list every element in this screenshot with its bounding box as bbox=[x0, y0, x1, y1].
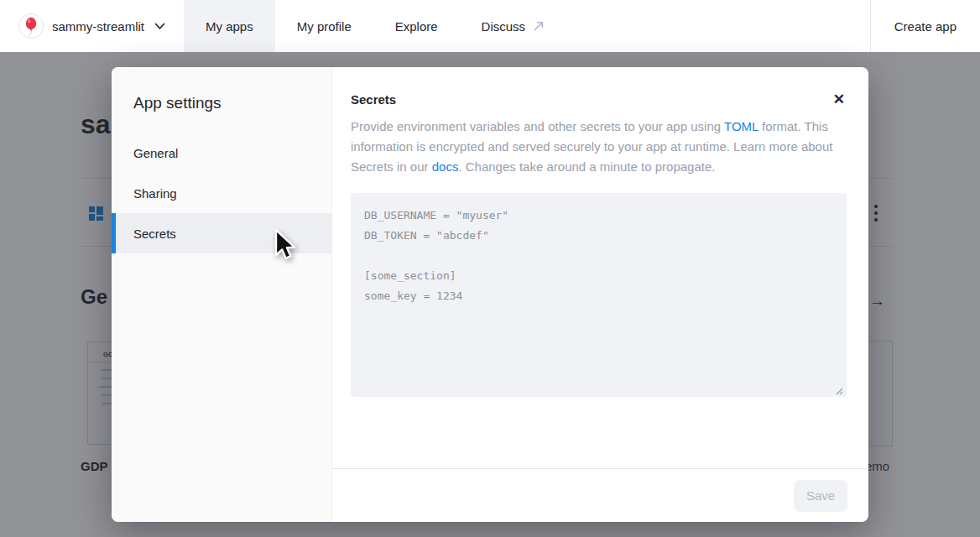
nav-spacer bbox=[566, 0, 870, 52]
description-text: Provide environment variables and other … bbox=[351, 119, 724, 133]
workspace-name: sammy-streamlit bbox=[52, 19, 144, 34]
chevron-down-icon bbox=[154, 23, 165, 30]
balloon-icon bbox=[23, 16, 39, 36]
tab-discuss-label: Discuss bbox=[482, 19, 526, 34]
create-app-button[interactable]: Create app bbox=[870, 0, 980, 52]
modal-footer: Save bbox=[332, 468, 868, 522]
sidebar-item-sharing[interactable]: Sharing bbox=[112, 173, 331, 213]
settings-sidebar: App settings General Sharing Secrets bbox=[112, 67, 332, 522]
secrets-textarea[interactable]: DB_USERNAME = "myuser" DB_TOKEN = "abcde… bbox=[351, 193, 847, 397]
streamlit-balloon-logo bbox=[18, 13, 44, 39]
docs-link[interactable]: docs bbox=[432, 159, 459, 174]
modal-title: App settings bbox=[112, 94, 331, 112]
panel-title: Secrets bbox=[351, 91, 396, 107]
save-button[interactable]: Save bbox=[794, 480, 847, 512]
sidebar-item-secrets[interactable]: Secrets bbox=[112, 213, 331, 253]
top-nav: sammy-streamlit My apps My profile Explo… bbox=[0, 0, 980, 52]
secrets-editor-wrap: DB_USERNAME = "myuser" DB_TOKEN = "abcde… bbox=[351, 193, 847, 397]
sidebar-item-general[interactable]: General bbox=[112, 133, 331, 173]
close-icon[interactable]: ✕ bbox=[830, 91, 848, 108]
secrets-description: Provide environment variables and other … bbox=[351, 117, 842, 177]
tab-discuss[interactable]: Discuss bbox=[460, 0, 567, 52]
workspace-switcher[interactable]: sammy-streamlit bbox=[0, 0, 184, 52]
description-text: . Changes take around a minute to propag… bbox=[458, 159, 715, 174]
external-link-icon bbox=[533, 20, 545, 32]
toml-link[interactable]: TOML bbox=[724, 119, 758, 133]
panel-header: Secrets ✕ bbox=[332, 67, 868, 108]
app-settings-modal: App settings General Sharing Secrets Sec… bbox=[112, 67, 868, 522]
tab-explore[interactable]: Explore bbox=[373, 0, 460, 52]
resize-handle-icon[interactable] bbox=[834, 383, 843, 393]
tab-my-apps[interactable]: My apps bbox=[184, 0, 275, 52]
secrets-panel: Secrets ✕ Provide environment variables … bbox=[332, 67, 868, 522]
tab-my-profile[interactable]: My profile bbox=[275, 0, 373, 52]
